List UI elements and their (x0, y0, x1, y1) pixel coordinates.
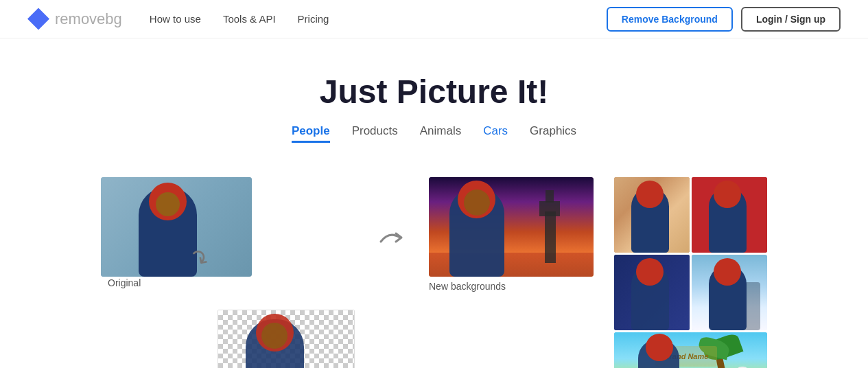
collage-cell-4 (692, 255, 767, 330)
nav-right: Remove Background Login / Sign up (607, 7, 841, 32)
removed-background-image (218, 310, 355, 368)
hero-title: Just Picture It! (14, 73, 854, 111)
collage-cell-3 (614, 255, 690, 330)
navbar: removebg How to use Tools & API Pricing … (0, 0, 868, 38)
demo-section: Original ↷ Removed background (0, 177, 868, 368)
tab-people[interactable]: People (292, 124, 330, 143)
arrow-right (375, 177, 408, 258)
collage-cell-2 (692, 177, 767, 253)
tab-graphics[interactable]: Graphics (530, 124, 576, 143)
nav-link-tools-api[interactable]: Tools & API (223, 13, 276, 25)
collage-cell-beach: Brand Name (614, 332, 767, 368)
logo-icon (27, 8, 49, 30)
new-background-image (429, 177, 594, 277)
original-image (101, 177, 252, 277)
label-new-backgrounds: New backgrounds (429, 281, 506, 292)
label-original: Original (108, 277, 141, 288)
nav-link-how-to-use[interactable]: How to use (150, 13, 201, 25)
category-tabs: People Products Animals Cars Graphics (14, 124, 854, 143)
collage-panel: Brand Name Greeting cards, customized de… (614, 177, 767, 368)
login-signup-button[interactable]: Login / Sign up (741, 7, 841, 32)
original-panel: Original ↷ Removed background (101, 177, 355, 368)
logo[interactable]: removebg (27, 8, 122, 30)
nav-left: removebg How to use Tools & API Pricing (27, 8, 329, 30)
tab-cars[interactable]: Cars (483, 124, 508, 143)
logo-text: removebg (55, 10, 122, 28)
new-backgrounds-panel: New backgrounds (429, 177, 594, 292)
remove-background-button[interactable]: Remove Background (607, 7, 733, 32)
collage-cell-1 (614, 177, 690, 253)
nav-link-pricing[interactable]: Pricing (298, 13, 329, 25)
hero-section: Just Picture It! People Products Animals… (0, 38, 868, 177)
tab-animals[interactable]: Animals (420, 124, 461, 143)
tab-products[interactable]: Products (352, 124, 398, 143)
nav-links: How to use Tools & API Pricing (150, 13, 329, 25)
